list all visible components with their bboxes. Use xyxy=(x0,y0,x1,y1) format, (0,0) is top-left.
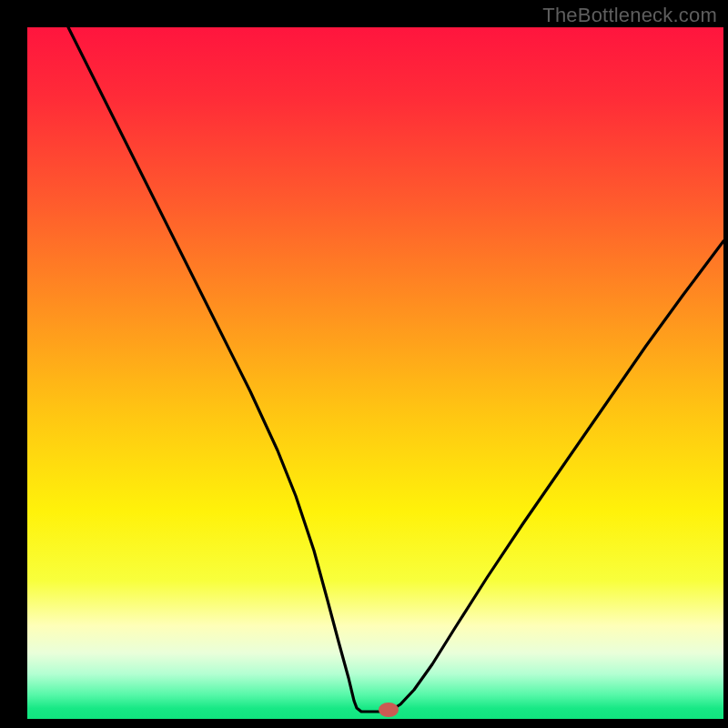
minimum-marker xyxy=(379,703,399,717)
plot-area xyxy=(27,27,723,719)
watermark-text: TheBottleneck.com xyxy=(542,4,717,27)
chart-stage: TheBottleneck.com xyxy=(0,0,728,728)
bottleneck-chart xyxy=(0,0,728,728)
